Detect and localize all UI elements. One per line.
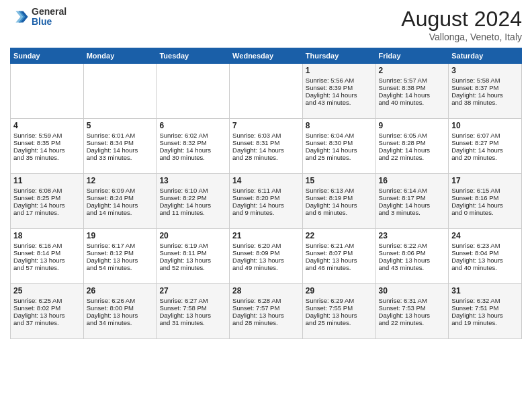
- cell-content-line: Sunset: 8:04 PM: [451, 249, 519, 257]
- day-number: 13: [159, 176, 226, 185]
- header-row: SundayMondayTuesdayWednesdayThursdayFrid…: [11, 48, 522, 64]
- calendar-cell: 4Sunrise: 5:59 AMSunset: 8:35 PMDaylight…: [11, 119, 84, 174]
- week-row-3: 11Sunrise: 6:08 AMSunset: 8:25 PMDayligh…: [11, 174, 522, 229]
- cell-content-line: Sunset: 8:00 PM: [87, 304, 154, 312]
- calendar-cell: 11Sunrise: 6:08 AMSunset: 8:25 PMDayligh…: [11, 174, 84, 229]
- calendar-cell: 6Sunrise: 6:02 AMSunset: 8:32 PMDaylight…: [157, 119, 230, 174]
- cell-content-line: Daylight: 14 hours: [379, 201, 446, 209]
- calendar-cell: 24Sunrise: 6:23 AMSunset: 8:04 PMDayligh…: [449, 229, 522, 284]
- cell-content-line: Sunrise: 6:14 AM: [379, 187, 446, 194]
- cell-content-line: Sunset: 8:38 PM: [379, 84, 446, 91]
- day-number: 12: [87, 176, 154, 185]
- cell-content-line: Sunset: 8:06 PM: [379, 249, 446, 257]
- calendar-cell: 22Sunrise: 6:21 AMSunset: 8:07 PMDayligh…: [302, 229, 375, 284]
- calendar-cell: 21Sunrise: 6:20 AMSunset: 8:09 PMDayligh…: [230, 229, 303, 284]
- calendar-cell: 25Sunrise: 6:25 AMSunset: 8:02 PMDayligh…: [11, 284, 84, 339]
- cell-content-line: Sunset: 8:27 PM: [451, 139, 519, 146]
- cell-content-line: and 28 minutes.: [232, 154, 300, 161]
- cell-content-line: and 57 minutes.: [13, 264, 81, 271]
- cell-content-line: Sunrise: 6:04 AM: [306, 132, 373, 139]
- cell-content-line: Sunrise: 6:32 AM: [451, 297, 519, 304]
- cell-content-line: Sunset: 8:20 PM: [232, 194, 300, 201]
- day-number: 10: [451, 121, 519, 130]
- day-header-saturday: Saturday: [449, 48, 522, 64]
- calendar-cell: 2Sunrise: 5:57 AMSunset: 8:38 PMDaylight…: [375, 64, 449, 119]
- cell-content-line: and 28 minutes.: [232, 319, 300, 326]
- cell-content-line: and 33 minutes.: [87, 154, 154, 161]
- logo: General Blue: [10, 7, 66, 28]
- cell-content-line: and 25 minutes.: [306, 154, 373, 161]
- calendar-cell: 3Sunrise: 5:58 AMSunset: 8:37 PMDaylight…: [449, 64, 522, 119]
- cell-content-line: and 31 minutes.: [159, 319, 226, 326]
- day-number: 26: [87, 286, 154, 295]
- day-number: 29: [306, 286, 373, 295]
- cell-content-line: and 38 minutes.: [451, 99, 519, 106]
- calendar-cell: 10Sunrise: 6:07 AMSunset: 8:27 PMDayligh…: [449, 119, 522, 174]
- cell-content-line: Sunrise: 6:05 AM: [379, 132, 446, 139]
- cell-content-line: and 19 minutes.: [451, 319, 519, 326]
- cell-content-line: and 14 minutes.: [87, 209, 154, 216]
- calendar-cell: [83, 64, 157, 119]
- week-row-5: 25Sunrise: 6:25 AMSunset: 8:02 PMDayligh…: [11, 284, 522, 339]
- cell-content-line: and 40 minutes.: [451, 264, 519, 271]
- cell-content-line: Sunrise: 6:02 AM: [159, 132, 226, 139]
- cell-content-line: and 0 minutes.: [451, 209, 519, 216]
- cell-content-line: and 11 minutes.: [159, 209, 226, 216]
- day-header-monday: Monday: [83, 48, 157, 64]
- day-number: 16: [379, 176, 446, 185]
- title-area: August 2024 Vallonga, Veneto, Italy: [401, 7, 522, 42]
- cell-content-line: and 49 minutes.: [232, 264, 300, 271]
- cell-content-line: Daylight: 13 hours: [451, 257, 519, 264]
- cell-content-line: Sunrise: 5:56 AM: [306, 77, 373, 84]
- cell-content-line: Sunrise: 6:07 AM: [451, 132, 519, 139]
- day-number: 6: [159, 121, 226, 130]
- calendar-cell: 14Sunrise: 6:11 AMSunset: 8:20 PMDayligh…: [230, 174, 303, 229]
- calendar-cell: 12Sunrise: 6:09 AMSunset: 8:24 PMDayligh…: [83, 174, 157, 229]
- cell-content-line: Sunrise: 6:26 AM: [87, 297, 154, 304]
- cell-content-line: Sunrise: 6:20 AM: [232, 242, 300, 249]
- cell-content-line: Daylight: 14 hours: [232, 146, 300, 154]
- cell-content-line: Sunrise: 6:03 AM: [232, 132, 300, 139]
- day-number: 17: [451, 176, 519, 185]
- cell-content-line: Sunrise: 6:23 AM: [451, 242, 519, 249]
- cell-content-line: and 46 minutes.: [306, 264, 373, 271]
- cell-content-line: Sunset: 8:14 PM: [13, 249, 81, 257]
- logo-icon: [10, 7, 29, 26]
- week-row-2: 4Sunrise: 5:59 AMSunset: 8:35 PMDaylight…: [11, 119, 522, 174]
- calendar-cell: 16Sunrise: 6:14 AMSunset: 8:17 PMDayligh…: [375, 174, 449, 229]
- day-number: 1: [306, 66, 373, 75]
- month-year-title: August 2024: [401, 7, 522, 32]
- calendar-cell: 17Sunrise: 6:15 AMSunset: 8:16 PMDayligh…: [449, 174, 522, 229]
- cell-content-line: and 6 minutes.: [306, 209, 373, 216]
- cell-content-line: and 9 minutes.: [232, 209, 300, 216]
- calendar-cell: [157, 64, 230, 119]
- cell-content-line: Sunset: 8:31 PM: [232, 139, 300, 146]
- cell-content-line: Daylight: 13 hours: [159, 312, 226, 319]
- cell-content-line: Daylight: 14 hours: [159, 201, 226, 209]
- day-number: 27: [159, 286, 226, 295]
- cell-content-line: Sunrise: 6:28 AM: [232, 297, 300, 304]
- cell-content-line: Sunrise: 6:08 AM: [13, 187, 81, 194]
- header: General Blue August 2024 Vallonga, Venet…: [10, 7, 522, 42]
- cell-content-line: Sunrise: 6:22 AM: [379, 242, 446, 249]
- cell-content-line: Daylight: 13 hours: [451, 312, 519, 319]
- cell-content-line: and 35 minutes.: [13, 154, 81, 161]
- calendar-cell: 15Sunrise: 6:13 AMSunset: 8:19 PMDayligh…: [302, 174, 375, 229]
- cell-content-line: Sunrise: 6:29 AM: [306, 297, 373, 304]
- location-subtitle: Vallonga, Veneto, Italy: [401, 32, 522, 42]
- cell-content-line: Daylight: 13 hours: [379, 312, 446, 319]
- calendar-cell: 8Sunrise: 6:04 AMSunset: 8:30 PMDaylight…: [302, 119, 375, 174]
- cell-content-line: Daylight: 13 hours: [232, 257, 300, 264]
- cell-content-line: Daylight: 14 hours: [306, 91, 373, 99]
- day-header-friday: Friday: [375, 48, 449, 64]
- cell-content-line: Daylight: 14 hours: [87, 146, 154, 154]
- cell-content-line: Sunset: 8:09 PM: [232, 249, 300, 257]
- cell-content-line: Daylight: 13 hours: [87, 312, 154, 319]
- logo-blue-text: Blue: [32, 17, 66, 27]
- day-number: 24: [451, 231, 519, 240]
- cell-content-line: Sunrise: 6:01 AM: [87, 132, 154, 139]
- cell-content-line: Daylight: 14 hours: [379, 91, 446, 99]
- cell-content-line: Sunrise: 6:16 AM: [13, 242, 81, 249]
- week-row-1: 1Sunrise: 5:56 AMSunset: 8:39 PMDaylight…: [11, 64, 522, 119]
- cell-content-line: Sunset: 8:12 PM: [87, 249, 154, 257]
